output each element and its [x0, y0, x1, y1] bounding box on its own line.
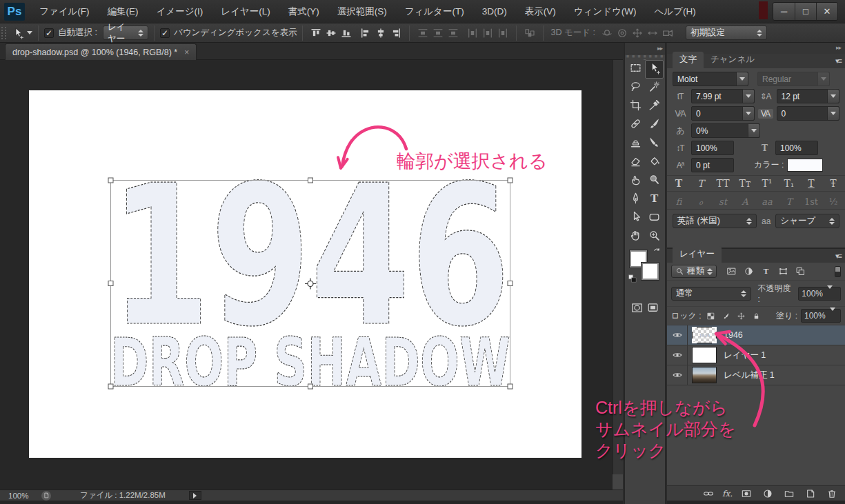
dropdown-caret-icon[interactable]: [827, 289, 837, 299]
layer-name[interactable]: 1946: [724, 330, 743, 340]
document-tab[interactable]: drop-shadow.psd @ 100% (1946, RGB/8) * ×: [5, 43, 197, 60]
maximize-button[interactable]: □: [795, 3, 816, 20]
auto-select-checkbox[interactable]: ✓: [44, 28, 54, 38]
strikethrough-button[interactable]: Ŧ: [824, 178, 842, 189]
text-color-swatch[interactable]: [787, 159, 823, 172]
new-group-icon[interactable]: [782, 486, 797, 501]
small-caps-button[interactable]: Tᴛ: [736, 178, 754, 189]
panel-menu-icon[interactable]: ▾≡: [835, 57, 841, 65]
menu-3d[interactable]: 3D(D): [473, 6, 516, 17]
eyedropper-tool[interactable]: [645, 97, 664, 116]
visibility-eye-icon[interactable]: [667, 365, 688, 385]
menu-help[interactable]: ヘルプ(H): [646, 6, 705, 18]
lasso-tool[interactable]: [626, 79, 645, 97]
subscript-button[interactable]: T₁: [780, 178, 798, 189]
add-adjustment-icon[interactable]: [760, 486, 775, 501]
fill-field[interactable]: 100%: [801, 309, 841, 323]
layer-filter-dropdown[interactable]: 種類: [671, 265, 717, 278]
path-selection-tool[interactable]: [626, 209, 645, 228]
align-right-icon[interactable]: [388, 26, 404, 41]
layer-row-1946[interactable]: 1946 1946: [667, 325, 845, 345]
visibility-eye-icon[interactable]: [667, 325, 688, 345]
filter-shape-layers-icon[interactable]: [776, 265, 790, 278]
tab-channels[interactable]: チャンネル: [704, 52, 762, 68]
faux-bold-button[interactable]: T: [670, 178, 688, 189]
menu-layer[interactable]: レイヤー(L): [212, 6, 279, 18]
horizontal-scale-field[interactable]: 100%: [775, 141, 818, 155]
layer-row-levels[interactable]: レベル補正 1: [667, 365, 845, 385]
hand-tool[interactable]: [626, 228, 645, 246]
tools-collapse-button[interactable]: ▸▸: [625, 43, 665, 54]
superscript-button[interactable]: T¹: [758, 178, 776, 189]
menu-window[interactable]: ウィンドウ(W): [565, 6, 646, 18]
history-brush-tool[interactable]: [645, 134, 664, 153]
lock-pixels-icon[interactable]: [720, 310, 732, 321]
tracking-field[interactable]: 0: [777, 106, 840, 121]
move-tool[interactable]: [645, 60, 664, 79]
vertical-scale-field[interactable]: 100%: [691, 141, 734, 155]
filter-toggle-switch[interactable]: [835, 266, 841, 277]
spot-healing-brush-tool[interactable]: [626, 116, 645, 134]
antialias-dropdown[interactable]: シャープ: [775, 214, 839, 228]
status-options-arrow[interactable]: [189, 491, 201, 500]
brush-tool[interactable]: [645, 116, 664, 134]
dodge-tool[interactable]: [645, 172, 664, 190]
close-button[interactable]: ✕: [816, 3, 837, 20]
align-hcenter-icon[interactable]: [373, 26, 388, 41]
zoom-tool[interactable]: [645, 228, 664, 246]
layer-row-layer1[interactable]: レイヤー 1: [667, 345, 845, 365]
default-colors-icon[interactable]: [628, 274, 637, 283]
quick-mask-button[interactable]: [630, 300, 645, 315]
rectangular-marquee-tool[interactable]: [626, 60, 645, 79]
lock-all-icon[interactable]: [750, 310, 762, 321]
menu-file[interactable]: ファイル(F): [30, 6, 99, 18]
tab-layers[interactable]: レイヤー: [673, 246, 722, 263]
clone-stamp-tool[interactable]: [626, 134, 645, 153]
menu-select[interactable]: 選択範囲(S): [328, 6, 396, 18]
align-vcenter-icon[interactable]: [324, 26, 339, 41]
kerning-field[interactable]: 0: [691, 106, 755, 121]
layer-style-button[interactable]: fx.: [722, 489, 733, 498]
dropdown-caret-icon[interactable]: [748, 124, 759, 137]
lock-position-icon[interactable]: [735, 310, 747, 321]
visibility-eye-icon[interactable]: [667, 345, 688, 365]
smudge-tool[interactable]: [626, 172, 645, 190]
type-tool[interactable]: T: [645, 190, 664, 209]
dropdown-caret-icon[interactable]: [736, 72, 748, 85]
show-bbox-checkbox[interactable]: ✓: [160, 28, 170, 38]
dropdown-caret-icon[interactable]: [742, 107, 754, 120]
underline-button[interactable]: T: [802, 178, 820, 189]
canvas[interactable]: 1946 DROP SHADOW: [29, 90, 581, 458]
filter-pixel-layers-icon[interactable]: [724, 265, 738, 278]
opacity-field[interactable]: 100%: [798, 287, 841, 301]
layer-thumbnail[interactable]: [692, 347, 717, 363]
faux-italic-button[interactable]: T: [692, 178, 710, 189]
align-top-icon[interactable]: [308, 26, 324, 41]
tab-close-icon[interactable]: ×: [184, 48, 189, 57]
add-mask-icon[interactable]: [739, 486, 754, 501]
tab-character[interactable]: 文字: [673, 52, 704, 68]
magic-wand-tool[interactable]: [645, 79, 664, 97]
swap-colors-icon[interactable]: [653, 246, 662, 256]
filter-adjustment-layers-icon[interactable]: [742, 265, 755, 278]
layer-name[interactable]: レベル補正 1: [724, 370, 775, 381]
all-caps-button[interactable]: TT: [714, 178, 732, 189]
screen-mode-button[interactable]: [646, 300, 661, 315]
options-grip[interactable]: [1, 27, 6, 39]
align-bottom-icon[interactable]: [339, 26, 354, 41]
status-zoom-level[interactable]: 100%: [0, 492, 32, 500]
dropdown-caret-icon[interactable]: [830, 311, 837, 321]
workspace-dropdown[interactable]: 初期設定: [686, 26, 767, 40]
delete-layer-icon[interactable]: [824, 486, 839, 501]
dropdown-caret-icon[interactable]: [827, 90, 839, 103]
panel-menu-icon[interactable]: ▾≡: [835, 252, 841, 261]
tool-preset-caret-icon[interactable]: [27, 31, 32, 34]
menu-type[interactable]: 書式(Y): [279, 6, 328, 18]
align-left-icon[interactable]: [358, 26, 373, 41]
paint-bucket-tool[interactable]: [645, 153, 664, 172]
language-dropdown[interactable]: 英語 (米国): [673, 214, 757, 228]
new-layer-icon[interactable]: [803, 486, 818, 501]
filter-type-layers-icon[interactable]: T: [759, 265, 773, 278]
menu-image[interactable]: イメージ(I): [148, 6, 212, 18]
auto-select-target-dropdown[interactable]: レイヤー: [103, 26, 148, 40]
